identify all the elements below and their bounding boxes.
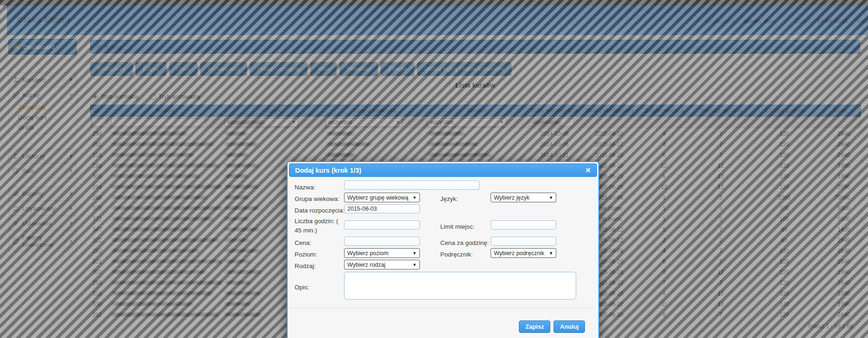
close-icon[interactable]: ✕: [585, 167, 591, 174]
book-label: Podręcznik:: [440, 251, 473, 258]
language-select[interactable]: Wybierz język▼: [491, 193, 556, 202]
age-group-select[interactable]: Wybierz grupę wiekową▼: [344, 193, 420, 202]
limit-label: Limit miejsc:: [440, 223, 474, 230]
limit-input[interactable]: [491, 220, 556, 230]
start-date-label: Data rozpoczęcia:: [295, 207, 345, 214]
price-label: Cena:: [295, 239, 311, 246]
price-input[interactable]: [344, 237, 420, 246]
language-label: Język:: [440, 195, 458, 202]
hours-input[interactable]: [344, 220, 420, 230]
level-select[interactable]: Wybierz poziom▼: [344, 248, 420, 258]
age-group-label: Grupa wiekowa:: [295, 195, 339, 202]
modal-title: Dodaj kurs (krok 1/3): [295, 167, 361, 174]
add-course-modal: Dodaj kurs (krok 1/3) ✕ Nazwa: Grupa wie…: [287, 161, 599, 338]
price-per-hour-label: Cena za godzinę:: [440, 239, 489, 246]
book-select[interactable]: Wybierz podręcznik▼: [491, 248, 556, 258]
start-date-input[interactable]: [344, 204, 420, 213]
dropdown-arrow-icon: ▼: [549, 195, 553, 200]
page-root: Class Editor Użytkownik: admin_dev Dzień…: [0, 0, 868, 338]
modal-footer-divider: [289, 307, 595, 308]
hours-label: Liczba godzin: ( 45 min.): [295, 217, 344, 236]
modal-header: Dodaj kurs (krok 1/3) ✕: [289, 163, 597, 177]
type-label: Rodzaj:: [295, 263, 316, 269]
dropdown-arrow-icon: ▼: [412, 195, 417, 200]
description-textarea[interactable]: [344, 272, 576, 300]
dropdown-arrow-icon: ▼: [412, 251, 417, 256]
level-label: Poziom:: [295, 251, 317, 258]
dropdown-arrow-icon: ▼: [549, 251, 553, 256]
name-input[interactable]: [344, 181, 480, 190]
description-label: Opis:: [295, 284, 309, 291]
price-per-hour-input[interactable]: [491, 237, 556, 246]
save-button[interactable]: Zapisz: [519, 320, 550, 333]
dropdown-arrow-icon: ▼: [412, 263, 417, 267]
cancel-button[interactable]: Anuluj: [554, 320, 585, 333]
name-label: Nazwa:: [295, 184, 315, 191]
type-select[interactable]: Wybierz rodzaj▼: [344, 260, 420, 269]
